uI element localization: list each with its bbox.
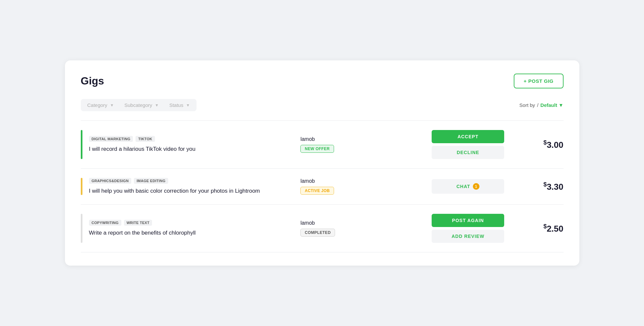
accept-button[interactable]: ACCEPT (432, 130, 504, 143)
status-filter[interactable]: Status ▼ (169, 102, 190, 108)
decline-button[interactable]: DECLINE (432, 146, 504, 159)
gig-actions: CHAT1 (412, 179, 524, 194)
gig-price: $2.50 (524, 223, 564, 234)
category-filter[interactable]: Category ▼ (87, 102, 114, 108)
gig-user: lamobACTIVE JOB (290, 178, 412, 195)
category-label: Category (87, 102, 107, 108)
post-gig-button[interactable]: + POST GIG (514, 74, 563, 88)
gig-price: $3.30 (524, 181, 564, 192)
user-name: lamob (300, 136, 315, 142)
subcategory-filter[interactable]: Subcategory ▼ (124, 102, 159, 108)
gig-title: I will help you with basic color correct… (89, 187, 290, 195)
gig-price: $3.00 (524, 139, 564, 150)
gig-user: lamobCOMPLETED (290, 220, 412, 237)
tag: IMAGE EDITING (134, 178, 168, 184)
user-name: lamob (300, 178, 315, 184)
post-again-button[interactable]: POST AGAIN (432, 214, 504, 227)
filters-row: Category ▼ Subcategory ▼ Status ▼ Sort b… (81, 99, 564, 111)
gig-actions: POST AGAINADD REVIEW (412, 214, 524, 243)
gig-list: DIGITAL MARKETINGTIKTOKI will record a h… (81, 120, 564, 252)
gigs-card: Gigs + POST GIG Category ▼ Subcategory ▼… (65, 60, 579, 266)
category-arrow-icon: ▼ (110, 103, 114, 108)
tag: WRITE TEXT (124, 220, 152, 226)
sort-separator: / (537, 102, 538, 108)
page-title: Gigs (81, 75, 104, 87)
tag: COPYWRITING (89, 220, 121, 226)
tag: GRAPHICS&DESIGN (89, 178, 132, 184)
chat-button[interactable]: CHAT1 (432, 179, 504, 194)
sort-row: Sort by / Default ▼ (519, 102, 563, 108)
page-header: Gigs + POST GIG (81, 74, 564, 88)
gig-border-left (81, 214, 82, 243)
gig-border-left (81, 130, 82, 159)
gig-row: DIGITAL MARKETINGTIKTOKI will record a h… (81, 120, 564, 168)
tags-row: DIGITAL MARKETINGTIKTOK (89, 136, 290, 142)
tag: DIGITAL MARKETING (89, 136, 133, 142)
subcategory-label: Subcategory (124, 102, 152, 108)
status-badge: COMPLETED (300, 229, 335, 237)
gig-title: I will record a hilarious TikTok video f… (89, 145, 290, 153)
gig-row: COPYWRITINGWRITE TEXTWrite a report on t… (81, 204, 564, 252)
gig-info: COPYWRITINGWRITE TEXTWrite a report on t… (89, 220, 290, 237)
sort-prefix: Sort by (519, 102, 535, 108)
gig-row: GRAPHICS&DESIGNIMAGE EDITINGI will help … (81, 168, 564, 204)
user-name: lamob (300, 220, 315, 226)
dollar-sign: $ (543, 223, 547, 230)
status-arrow-icon: ▼ (186, 103, 190, 108)
add-review-button[interactable]: ADD REVIEW (432, 230, 504, 243)
dollar-sign: $ (543, 139, 547, 146)
dollar-sign: $ (543, 181, 547, 188)
gig-info: DIGITAL MARKETINGTIKTOKI will record a h… (89, 136, 290, 153)
sort-arrow-icon: ▼ (559, 102, 564, 108)
tags-row: GRAPHICS&DESIGNIMAGE EDITING (89, 178, 290, 184)
tag: TIKTOK (136, 136, 155, 142)
chat-count-badge: 1 (473, 183, 479, 190)
gig-actions: ACCEPTDECLINE (412, 130, 524, 159)
gig-border-left (81, 178, 82, 195)
status-badge: NEW OFFER (300, 145, 334, 153)
sort-value[interactable]: Default ▼ (540, 102, 564, 108)
subcategory-arrow-icon: ▼ (155, 103, 159, 108)
chat-label: CHAT (456, 184, 470, 189)
gig-user: lamobNEW OFFER (290, 136, 412, 153)
tags-row: COPYWRITINGWRITE TEXT (89, 220, 290, 226)
gig-info: GRAPHICS&DESIGNIMAGE EDITINGI will help … (89, 178, 290, 195)
filters-left: Category ▼ Subcategory ▼ Status ▼ (81, 99, 197, 111)
gig-title: Write a report on the benefits of chloro… (89, 229, 290, 237)
status-label: Status (169, 102, 183, 108)
status-badge: ACTIVE JOB (300, 187, 334, 195)
